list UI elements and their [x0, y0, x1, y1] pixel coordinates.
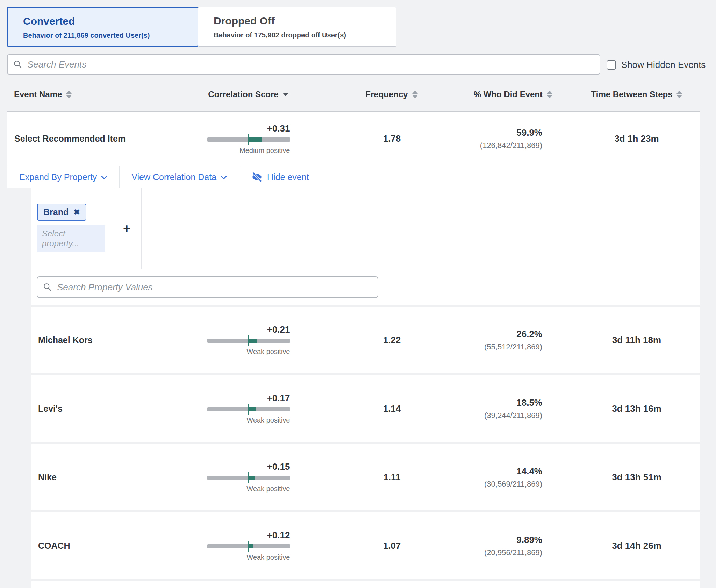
event-action-bar: Expand By Property View Correlation Data [7, 166, 700, 188]
correlation-value: +0.12 [207, 530, 290, 541]
correlation-value: +0.15 [207, 461, 290, 472]
show-hidden-events-checkbox[interactable] [607, 60, 616, 70]
pct-fraction: (20,956/211,869) [444, 548, 542, 557]
correlation-tick [248, 541, 249, 552]
correlation-bar [207, 476, 290, 480]
correlation-tick [248, 335, 249, 346]
correlation-bar [207, 339, 290, 343]
column-header-frequency-label: Frequency [365, 90, 408, 99]
correlation-cell: +0.31 Medium positive [158, 123, 339, 155]
pct-cell: 9.89% (20,956/211,869) [444, 534, 574, 557]
property-value-row-partial [31, 581, 700, 588]
correlation-bar [207, 137, 290, 142]
search-events-input[interactable] [27, 59, 594, 70]
correlation-cell: +0.17 Weak positive [158, 393, 339, 424]
event-row[interactable]: Select Recommended Item +0.31 Medium pos… [7, 112, 700, 166]
time-between-value: 3d 14h 26m [574, 540, 700, 551]
funnel-tabs: Converted Behavior of 211,869 converted … [7, 7, 396, 47]
search-icon [43, 283, 52, 292]
sort-desc-icon [283, 93, 288, 96]
sort-both-icon [66, 91, 72, 98]
hide-event-label: Hide event [267, 172, 309, 182]
pct-cell: 18.5% (39,244/211,869) [444, 397, 574, 420]
column-header-time-between-steps[interactable]: Time Between Steps [573, 90, 700, 99]
property-rows-list: Michael Kors +0.21 Weak positive 1.22 26… [31, 307, 700, 588]
property-selector-strip: Brand ✖ Select property... + [31, 188, 700, 269]
search-icon [13, 60, 22, 69]
search-property-section [31, 269, 700, 305]
column-header-correlation-score[interactable]: Correlation Score [157, 90, 339, 99]
tab-converted-subtitle: Behavior of 211,869 converted User(s) [23, 31, 198, 40]
correlation-bar [207, 544, 290, 548]
correlation-value: +0.21 [207, 324, 290, 335]
search-property-values-box[interactable] [37, 276, 378, 298]
time-between-value: 3d 13h 16m [574, 403, 700, 414]
tab-converted[interactable]: Converted Behavior of 211,869 converted … [7, 7, 198, 47]
hide-event-button[interactable]: Hide event [239, 166, 321, 188]
pct-cell: 26.2% (55,512/211,869) [444, 329, 574, 352]
pct-fraction: (126,842/211,869) [444, 141, 542, 150]
property-value-row[interactable]: Nike +0.15 Weak positive 1.11 14.4% (30,… [31, 444, 700, 510]
correlation-cell: +0.12 Weak positive [158, 530, 339, 561]
correlation-strength: Weak positive [207, 553, 290, 561]
view-correlation-data-label: View Correlation Data [131, 172, 216, 182]
pct-cell: 59.9% (126,842/211,869) [444, 127, 574, 150]
event-name: Select Recommended Item [7, 134, 158, 144]
add-property-button[interactable]: + [123, 222, 130, 235]
sort-both-icon [676, 91, 682, 98]
correlation-tick [248, 472, 249, 483]
property-value-name: Michael Kors [31, 335, 158, 345]
tab-dropped-off-title: Dropped Off [214, 15, 396, 27]
pct-value: 14.4% [444, 466, 542, 477]
tab-dropped-off[interactable]: Dropped Off Behavior of 175,902 dropped … [198, 7, 396, 47]
property-value-row[interactable]: Michael Kors +0.21 Weak positive 1.22 26… [31, 307, 700, 373]
select-property-field[interactable]: Select property... [37, 225, 105, 252]
view-correlation-data-button[interactable]: View Correlation Data [120, 166, 239, 188]
column-header-correlation-score-label: Correlation Score [208, 90, 278, 99]
select-property-placeholder: Select property... [42, 229, 79, 248]
search-property-values-input[interactable] [57, 282, 372, 293]
pct-fraction: (30,569/211,869) [444, 480, 542, 489]
correlation-cell: +0.15 Weak positive [158, 461, 339, 493]
correlation-value: +0.17 [207, 393, 290, 404]
column-header-event-name-label: Event Name [14, 90, 62, 99]
column-header-event-name[interactable]: Event Name [7, 90, 157, 99]
tab-converted-title: Converted [23, 15, 198, 27]
frequency-value: 1.78 [339, 133, 444, 144]
chip-close-icon[interactable]: ✖ [73, 208, 80, 217]
property-value-name: COACH [31, 541, 158, 551]
pct-fraction: (55,512/211,869) [444, 342, 542, 352]
frequency-value: 1.22 [339, 335, 444, 346]
search-events-box[interactable] [7, 54, 600, 75]
correlation-fill [249, 339, 257, 343]
property-chip-brand[interactable]: Brand ✖ [37, 204, 86, 221]
column-header-pct-label: % Who Did Event [474, 90, 543, 99]
add-property-column: + [112, 188, 142, 269]
time-between-value: 3d 11h 18m [574, 335, 700, 346]
pct-value: 18.5% [444, 397, 542, 408]
correlation-cell: +0.21 Weak positive [158, 324, 339, 356]
correlation-value: +0.31 [207, 123, 290, 134]
frequency-value: 1.07 [339, 540, 444, 551]
correlation-strength: Weak positive [207, 485, 290, 493]
property-value-name: Nike [31, 472, 158, 482]
expand-by-property-panel: Brand ✖ Select property... + Michael Kor… [31, 188, 700, 588]
column-header-pct-who-did-event[interactable]: % Who Did Event [444, 90, 573, 99]
property-value-row[interactable]: Levi's +0.17 Weak positive 1.14 18.5% (3… [31, 375, 700, 442]
expand-by-property-button[interactable]: Expand By Property [7, 166, 119, 188]
pct-value: 26.2% [444, 329, 542, 340]
show-hidden-events-label: Show Hidden Events [621, 59, 706, 70]
correlation-strength: Weak positive [207, 348, 290, 356]
correlation-strength: Weak positive [207, 416, 290, 424]
correlation-fill [249, 544, 253, 548]
correlation-fill [249, 137, 262, 142]
chevron-down-icon [101, 176, 107, 180]
property-value-name: Levi's [31, 404, 158, 414]
column-header-frequency[interactable]: Frequency [339, 90, 444, 99]
correlation-strength: Medium positive [207, 147, 290, 155]
property-chip-label: Brand [43, 207, 69, 217]
correlation-tick [248, 134, 249, 145]
eye-off-icon [251, 172, 263, 182]
property-value-row[interactable]: COACH +0.12 Weak positive 1.07 9.89% (20… [31, 512, 700, 579]
event-card: Select Recommended Item +0.31 Medium pos… [7, 111, 700, 188]
